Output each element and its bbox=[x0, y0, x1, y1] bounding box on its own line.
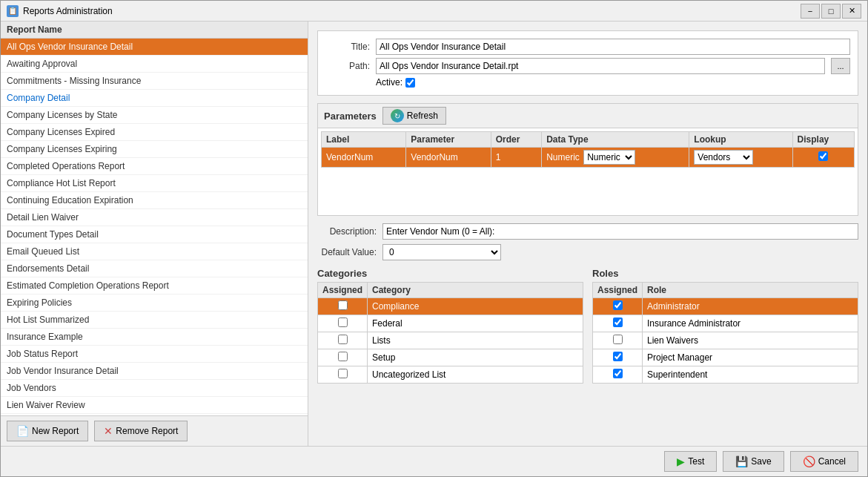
main-window: 📋 Reports Administration − □ ✕ Report Na… bbox=[0, 0, 868, 477]
list-item[interactable]: Endorsements Detail bbox=[1, 260, 308, 277]
list-item[interactable]: Project Manager bbox=[593, 349, 858, 366]
list-item[interactable]: Federal bbox=[318, 315, 583, 332]
list-item[interactable]: Email Queued List bbox=[1, 243, 308, 260]
cat-label: Federal bbox=[368, 315, 583, 332]
maximize-button[interactable]: □ bbox=[821, 4, 841, 19]
window-title: Reports Administration bbox=[23, 6, 796, 16]
right-panel: Title: Path: ... Active: Parameters bbox=[308, 22, 867, 446]
datatype-select[interactable]: Numeric bbox=[583, 150, 635, 165]
description-label: Description: bbox=[317, 226, 377, 237]
col-display: Display bbox=[792, 132, 854, 148]
roles-table: Assigned Role Administrator Insurance Ad… bbox=[592, 282, 858, 384]
list-item[interactable]: Compliance Hot List Report bbox=[1, 175, 308, 192]
cat-label: Setup bbox=[368, 349, 583, 366]
active-label: Active: bbox=[376, 77, 402, 88]
list-item[interactable]: Company Detail bbox=[1, 90, 308, 107]
list-item[interactable]: Superintendent bbox=[593, 366, 858, 384]
list-item[interactable]: Continuing Education Expiration bbox=[1, 192, 308, 209]
parameters-title: Parameters bbox=[324, 111, 377, 122]
list-item[interactable]: Job Vendors bbox=[1, 380, 308, 397]
role-label: Administrator bbox=[643, 298, 858, 315]
role-checkbox[interactable] bbox=[613, 335, 623, 344]
cat-checkbox[interactable] bbox=[338, 318, 348, 327]
title-input[interactable] bbox=[376, 39, 850, 55]
role-assigned-cell bbox=[593, 298, 643, 315]
description-row: Description: bbox=[317, 223, 858, 240]
categories-section: Categories Assigned Category Compliance … bbox=[317, 268, 583, 384]
list-item[interactable]: Estimated Completion Operations Report bbox=[1, 277, 308, 295]
cat-assigned-cell bbox=[318, 332, 368, 349]
list-item[interactable]: Expiring Policies bbox=[1, 295, 308, 312]
list-item[interactable]: Lists bbox=[318, 332, 583, 349]
param-lookup: Vendors bbox=[689, 148, 792, 168]
list-item[interactable]: Hot List Summarized bbox=[1, 312, 308, 329]
list-item[interactable]: Company Licenses Expired bbox=[1, 124, 308, 141]
path-input[interactable] bbox=[376, 58, 825, 74]
list-item[interactable]: Company Licenses Expiring bbox=[1, 141, 308, 158]
remove-report-button[interactable]: ✕ Remove Report bbox=[94, 421, 188, 441]
refresh-button[interactable]: ↻ Refresh bbox=[382, 107, 446, 125]
role-checkbox[interactable] bbox=[613, 352, 623, 361]
browse-button[interactable]: ... bbox=[831, 58, 850, 74]
report-list[interactable]: All Ops Vendor Insurance DetailAwaiting … bbox=[1, 39, 308, 415]
cat-assigned-cell bbox=[318, 349, 368, 366]
list-item[interactable]: All Ops Vendor Insurance Detail bbox=[1, 39, 308, 56]
list-item[interactable]: Lien Waiver Review bbox=[1, 397, 308, 414]
list-item[interactable]: Administrator bbox=[593, 298, 858, 315]
cat-col-assigned: Assigned bbox=[318, 283, 368, 298]
cat-checkbox[interactable] bbox=[338, 335, 348, 344]
cancel-button[interactable]: 🚫 Cancel bbox=[790, 451, 858, 472]
list-item[interactable]: Awaiting Approval bbox=[1, 56, 308, 73]
list-item[interactable]: Uncategorized List bbox=[318, 366, 583, 384]
role-assigned-cell bbox=[593, 315, 643, 332]
categories-table: Assigned Category Compliance Federal Lis… bbox=[317, 282, 583, 384]
cat-assigned-cell bbox=[318, 315, 368, 332]
params-table-container: Label Parameter Order Data Type Lookup D… bbox=[318, 128, 858, 215]
list-item[interactable]: Job Status Report bbox=[1, 346, 308, 363]
role-assigned-cell bbox=[593, 366, 643, 384]
minimize-button[interactable]: − bbox=[801, 4, 820, 19]
cat-col-category: Category bbox=[368, 283, 583, 298]
list-item[interactable]: Setup bbox=[318, 349, 583, 366]
description-input[interactable] bbox=[382, 223, 858, 240]
list-item[interactable]: Lien Waivers bbox=[593, 332, 858, 349]
list-header-text: Report Name bbox=[7, 24, 62, 35]
parameters-header: Parameters ↻ Refresh bbox=[318, 104, 858, 128]
save-button[interactable]: 💾 Save bbox=[723, 451, 783, 472]
close-button[interactable]: ✕ bbox=[842, 4, 861, 19]
remove-report-icon: ✕ bbox=[104, 425, 113, 437]
cat-label: Lists bbox=[368, 332, 583, 349]
roles-col-role: Role bbox=[643, 283, 858, 298]
description-section: Description: Default Value: 0 All None bbox=[317, 223, 858, 260]
test-label: Test bbox=[688, 456, 704, 467]
roles-col-assigned: Assigned bbox=[593, 283, 643, 298]
cat-checkbox[interactable] bbox=[338, 369, 348, 378]
list-item[interactable]: Completed Operations Report bbox=[1, 158, 308, 175]
roles-header-row: Assigned Role bbox=[593, 283, 858, 298]
cat-checkbox[interactable] bbox=[338, 300, 348, 310]
list-item[interactable]: Insurance Administrator bbox=[593, 315, 858, 332]
active-checkbox[interactable] bbox=[405, 78, 415, 88]
test-button[interactable]: ▶ Test bbox=[664, 451, 717, 472]
role-checkbox[interactable] bbox=[613, 300, 623, 310]
list-item[interactable]: Company Licenses by State bbox=[1, 107, 308, 124]
lookup-select[interactable]: Vendors bbox=[694, 150, 753, 165]
list-item[interactable]: Detail Lien Waiver bbox=[1, 209, 308, 226]
display-checkbox[interactable] bbox=[818, 151, 828, 161]
cat-checkbox[interactable] bbox=[338, 352, 348, 361]
left-footer: 📄 New Report ✕ Remove Report bbox=[1, 415, 308, 446]
role-checkbox[interactable] bbox=[613, 369, 623, 378]
new-report-button[interactable]: 📄 New Report bbox=[7, 421, 88, 441]
refresh-label: Refresh bbox=[407, 111, 438, 121]
list-item[interactable]: Document Types Detail bbox=[1, 226, 308, 243]
default-value-select[interactable]: 0 All None bbox=[382, 244, 501, 260]
params-header-row: Label Parameter Order Data Type Lookup D… bbox=[322, 132, 855, 148]
roles-title: Roles bbox=[592, 268, 858, 279]
default-label: Default Value: bbox=[317, 247, 377, 257]
list-item[interactable]: Compliance bbox=[318, 298, 583, 315]
list-item[interactable]: Insurance Example bbox=[1, 329, 308, 346]
role-checkbox[interactable] bbox=[613, 318, 623, 327]
list-item[interactable]: Job Vendor Insurance Detail bbox=[1, 363, 308, 380]
list-item[interactable]: Commitments - Missing Insurance bbox=[1, 73, 308, 90]
table-row[interactable]: VendorNum VendorNum 1 Numeric Numeric Ve… bbox=[322, 148, 855, 168]
